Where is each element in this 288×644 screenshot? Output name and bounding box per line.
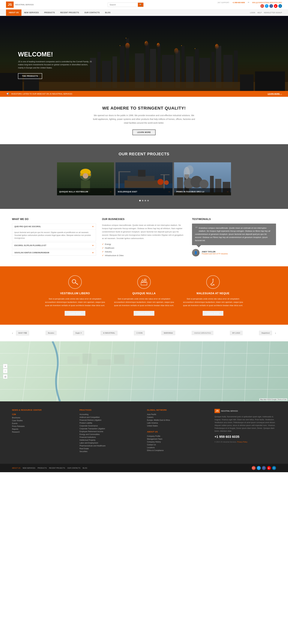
map-location[interactable]: ⊙ xyxy=(3,374,8,379)
footer-link-securities[interactable]: Securities xyxy=(80,450,141,452)
search-button[interactable]: 🔍 xyxy=(138,3,144,7)
partner-logo-5[interactable]: ⬡ ICON xyxy=(134,329,145,337)
nav-item-services[interactable]: NEW SERVICES xyxy=(22,10,42,16)
partner-logo-2[interactable]: Buratex xyxy=(46,329,56,337)
ticker-link[interactable]: LEARN MORE → xyxy=(268,93,282,95)
accordion-toggle-1[interactable]: + xyxy=(92,225,94,228)
nav-login[interactable]: LOGIN xyxy=(250,12,255,14)
footer-logo[interactable]: JS INDUSTRIAL SERVICES xyxy=(214,409,276,413)
footer-link-ethics[interactable]: Ethics & Compliance xyxy=(147,450,208,452)
phone-number[interactable]: +1 959 603 6035 xyxy=(232,2,245,4)
project-card-1[interactable]: QUISQUE NULLA VESTIBULUM → xyxy=(57,162,114,195)
footer-link-financial-inst[interactable]: Financial Institutions xyxy=(80,436,141,438)
bottom-nav-blog[interactable]: BLOG xyxy=(83,467,87,469)
email-address[interactable]: MAIL@JSINDUSTRIALSERVICES.ORG xyxy=(252,2,282,4)
footer-privacy-link[interactable]: Privacy Policy xyxy=(237,441,247,443)
partner-logo-9[interactable]: Stapleford xyxy=(259,329,272,337)
footer-link-locations[interactable]: Locations xyxy=(147,446,208,449)
dot-2[interactable] xyxy=(142,200,144,201)
footer-link-corporate-trans[interactable]: Corporate Transaction Litigation xyxy=(80,428,141,430)
social-facebook[interactable]: f xyxy=(270,4,273,8)
footer-link-product-liability[interactable]: Product Liability xyxy=(80,422,141,424)
bottom-nav-services[interactable]: NEW SERVICES xyxy=(23,467,35,469)
bottom-nav-projects[interactable]: RECENT PROJECTS xyxy=(49,467,65,469)
carousel-next[interactable]: › xyxy=(275,331,276,335)
footer-link-management[interactable]: Management Team xyxy=(147,438,208,440)
dot-3[interactable] xyxy=(144,200,146,201)
accordion-header-1[interactable]: QUID PRO QUO HIC ESCOROL + xyxy=(12,224,96,230)
nav-item-blog[interactable]: BLOG xyxy=(102,10,113,16)
footer-link-brochures[interactable]: Brochures xyxy=(12,417,74,419)
hero-cta-button[interactable]: THE PRODUCTS xyxy=(18,73,42,79)
project-card-2[interactable]: SCELERISQUE EGET → xyxy=(116,162,172,195)
partner-logo-1[interactable]: BASF 中国 xyxy=(16,329,29,337)
footer-link-us[interactable]: United States xyxy=(147,425,208,427)
footer-link-events[interactable]: Events xyxy=(12,422,74,424)
search-input[interactable] xyxy=(108,3,138,7)
bottom-nav-products[interactable]: PRODUCTS xyxy=(38,467,47,469)
nav-item-projects[interactable]: RECENT PROJECTS xyxy=(58,10,82,16)
project-arrow-2[interactable]: → xyxy=(168,190,170,193)
quality-learn-more-button[interactable]: LEARN MORE xyxy=(132,130,156,135)
accordion-header-2[interactable]: ESCOROL OLYPLAN PLUARELLS ET + xyxy=(12,243,96,248)
partner-logo-7[interactable]: American California Press xyxy=(192,329,213,337)
footer-link-employee[interactable]: Employee Retirement Income xyxy=(80,430,141,432)
footer-link-asia[interactable]: Asia Pacific xyxy=(147,414,208,416)
footer-phone[interactable]: +1 959 603 6035 xyxy=(214,435,276,439)
social-linkedin[interactable]: in xyxy=(278,4,282,8)
partner-logo-4[interactable]: ★ INDUSTRIAL xyxy=(101,329,118,337)
footer-link-contact-us[interactable]: Contact Us xyxy=(147,444,208,446)
social-google-plus[interactable]: G+ xyxy=(260,4,264,8)
carousel-prev[interactable]: ‹ xyxy=(12,331,13,335)
service-btn-1[interactable]: LEARN MORE xyxy=(65,311,85,316)
partner-logo-3[interactable]: Eagle ✦ xyxy=(73,329,84,337)
footer-link-accounting[interactable]: Accounting xyxy=(80,414,141,416)
footer-link-research[interactable]: Research xyxy=(12,431,74,433)
accordion-toggle-2[interactable]: + xyxy=(92,244,94,247)
footer-link-careers[interactable]: Careers xyxy=(147,416,208,418)
project-arrow-1[interactable]: → xyxy=(109,190,112,193)
social-youtube[interactable]: ▶ xyxy=(274,4,278,8)
partner-logo-8[interactable]: MY LOGO xyxy=(230,329,242,337)
dot-4[interactable] xyxy=(147,200,149,201)
map-zoom-out[interactable]: − xyxy=(3,369,8,373)
bottom-nav-about[interactable]: ABOUT US xyxy=(12,467,20,469)
service-btn-3[interactable]: LEARN MORE xyxy=(203,311,223,316)
project-arrow-3[interactable]: → xyxy=(226,190,229,193)
dot-1[interactable] xyxy=(139,200,141,201)
footer-link-intellectual[interactable]: Intellectual Property xyxy=(80,439,141,441)
footer-link-company-history[interactable]: Company History xyxy=(147,441,208,443)
footer-link-latin[interactable]: Latin America xyxy=(147,422,208,424)
accordion-toggle-3[interactable]: + xyxy=(92,251,94,254)
nav-item-contacts[interactable]: OUR CONTACTS xyxy=(82,10,102,16)
footer-link-press[interactable]: Press Releases xyxy=(12,425,74,427)
bottom-social-youtube[interactable]: ▶ xyxy=(267,466,271,470)
accordion-header-3[interactable]: SOUVLAKI IGNITUS CARBONURUNDUM + xyxy=(12,250,96,256)
footer-link-europe[interactable]: Europe, Middle East & Africa xyxy=(147,419,208,421)
footer-link-reports[interactable]: Reports xyxy=(12,428,74,430)
project-card-3[interactable]: PRIMIS IN FAUCIBUS ORCI LU → xyxy=(174,162,231,195)
nav-item-products[interactable]: PRODUCTS xyxy=(42,10,58,16)
footer-link-pharma[interactable]: Pharmaceuticals and Healthcare xyxy=(80,445,141,447)
bottom-social-facebook[interactable]: f xyxy=(262,466,266,470)
bottom-social-linkedin[interactable]: in xyxy=(272,466,276,470)
bottom-social-twitter[interactable]: T xyxy=(257,466,261,470)
map-zoom-in[interactable]: + xyxy=(3,364,8,368)
social-twitter[interactable]: T xyxy=(265,4,268,8)
footer-link-energy-comm[interactable]: Energy and Commodities xyxy=(80,433,141,436)
bottom-social-google[interactable]: G+ xyxy=(252,466,256,470)
footer-link-financial-distress[interactable]: Financial Distress Litigation xyxy=(80,419,141,421)
footer-link-labor[interactable]: Labor and Employment xyxy=(80,442,141,444)
nav-item-about[interactable]: ABOUT US xyxy=(6,10,22,16)
nav-newsletter[interactable]: NEWSLETTER SIGNUP xyxy=(264,12,282,14)
nav-help[interactable]: HELP xyxy=(258,12,262,14)
footer-link-real-estate[interactable]: Real Estate xyxy=(80,448,141,450)
footer-link-company-profile[interactable]: Company Profile xyxy=(147,435,208,437)
service-btn-2[interactable]: LEARN MORE xyxy=(134,311,154,316)
footer-link-case-studies[interactable]: Case Studies xyxy=(12,420,74,422)
partner-logo-6[interactable]: MARVINhbl xyxy=(162,329,175,337)
footer-link-corporate-gov[interactable]: Corporate Governance xyxy=(80,425,141,427)
bottom-nav-contacts[interactable]: OUR CONTACTS xyxy=(67,467,80,469)
footer-link-antitrust[interactable]: Antitrust and Competition xyxy=(80,416,141,418)
logo[interactable]: JS INDUSTRIAL SERVICES xyxy=(6,2,34,8)
